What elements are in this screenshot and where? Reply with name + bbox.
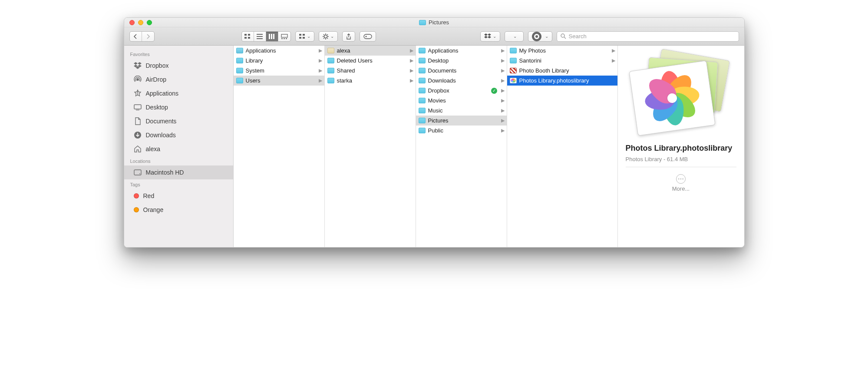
svg-line-24	[327, 38, 328, 39]
svg-rect-13	[286, 38, 287, 39]
column-item[interactable]: Applications▶	[416, 46, 507, 56]
arrange-menu[interactable]: ⌄	[295, 31, 314, 42]
sidebar-item-tag-red[interactable]: Red	[124, 189, 233, 203]
chevron-right-icon: ▶	[318, 48, 323, 53]
column-item[interactable]: starka ▶	[325, 76, 416, 86]
nav-back-forward	[129, 31, 155, 42]
sidebar-item-dropbox[interactable]: Dropbox	[124, 59, 233, 73]
column-item-label: alexa	[337, 47, 407, 54]
column-item[interactable]: Users ▶	[234, 76, 324, 86]
search-input[interactable]	[569, 33, 735, 40]
columns-icon	[269, 34, 275, 39]
column-item[interactable]: Downloads▶	[416, 76, 507, 86]
sidebar-item-macintosh-hd[interactable]: Macintosh HD	[124, 165, 233, 179]
quicklook-menu[interactable]: ⌄	[528, 31, 552, 42]
column-item[interactable]: Documents▶	[416, 66, 507, 76]
column-item-label: Photo Booth Library	[519, 67, 616, 74]
icon-view-button[interactable]	[242, 32, 254, 41]
svg-rect-45	[134, 170, 141, 175]
sidebar-item-tag-orange[interactable]: Orange	[124, 203, 233, 217]
column-item[interactable]: Library ▶	[234, 56, 324, 66]
home-folder-icon	[327, 48, 334, 53]
folder-icon	[419, 78, 426, 83]
column-item[interactable]: Santorini▶	[507, 56, 617, 66]
search-field[interactable]	[557, 31, 739, 42]
svg-rect-16	[299, 37, 301, 39]
list-view-button[interactable]	[254, 32, 266, 41]
column-item[interactable]: Shared ▶	[325, 66, 416, 76]
svg-rect-8	[271, 34, 272, 39]
chevron-right-icon: ▶	[501, 78, 505, 83]
grid-icon	[244, 34, 251, 39]
sidebar-item-label: Red	[143, 192, 155, 199]
action-menu[interactable]: ⌄	[319, 31, 338, 42]
titlebar: Pictures	[124, 18, 744, 27]
column-item[interactable]: My Photos▶	[507, 46, 617, 56]
chevron-right-icon: ▶	[409, 78, 414, 83]
preview-pane: Photos Library.photoslibrary Photos Libr…	[618, 46, 744, 247]
column-3[interactable]: My Photos▶ Santorini▶ Photo Booth Librar…	[507, 46, 618, 247]
column-item[interactable]: Music▶	[416, 106, 507, 116]
svg-marker-35	[134, 62, 138, 65]
sidebar-section-tags: Tags	[124, 179, 233, 189]
zoom-button[interactable]	[147, 20, 152, 25]
dropbox-icon	[484, 33, 491, 40]
column-item[interactable]: Applications ▶	[234, 46, 324, 56]
chevron-right-icon: ▶	[501, 108, 505, 113]
sidebar-item-label: Documents	[146, 118, 177, 125]
column-view-button[interactable]	[266, 32, 278, 41]
svg-line-23	[323, 34, 324, 35]
minimize-button[interactable]	[138, 20, 143, 25]
column-item-label: Movies	[428, 97, 498, 104]
column-item[interactable]: Desktop▶	[416, 56, 507, 66]
chevron-right-icon: ▶	[501, 98, 505, 103]
sidebar-item-label: Downloads	[146, 132, 176, 139]
applications-icon	[134, 89, 142, 97]
dropbox-menu[interactable]: ⌄	[480, 31, 500, 42]
column-item[interactable]: Photo Booth Library	[507, 66, 617, 76]
sidebar-item-label: Desktop	[146, 104, 168, 111]
svg-rect-14	[299, 34, 301, 36]
column-item[interactable]: Movies▶	[416, 96, 507, 106]
gallery-view-button[interactable]	[278, 32, 290, 41]
folder-icon	[419, 118, 426, 123]
folder-icon	[419, 48, 426, 53]
column-item-label: Downloads	[428, 77, 498, 84]
forward-button[interactable]	[142, 32, 154, 41]
svg-rect-17	[303, 37, 305, 39]
chevron-right-icon: ▶	[611, 58, 616, 63]
sidebar-item-desktop[interactable]: Desktop	[124, 100, 233, 114]
share-button[interactable]	[342, 31, 355, 42]
window-title: Pictures	[429, 19, 449, 26]
column-item[interactable]: Dropbox✓▶	[416, 86, 507, 96]
blank-menu[interactable]: ⌄	[505, 31, 524, 42]
column-item[interactable]: alexa ▶	[325, 46, 416, 56]
preview-more-button[interactable]: ⋯ More...	[672, 174, 690, 192]
sidebar-item-applications[interactable]: Applications	[124, 86, 233, 100]
chevron-down-icon: ⌄	[330, 34, 334, 39]
view-mode-switcher[interactable]	[241, 31, 291, 42]
folder-icon	[327, 68, 334, 73]
column-2[interactable]: Applications▶ Desktop▶ Documents▶ Downlo…	[416, 46, 507, 247]
folder-icon	[327, 78, 334, 83]
column-item[interactable]: Deleted Users ▶	[325, 56, 416, 66]
column-item[interactable]: System ▶	[234, 66, 324, 76]
svg-rect-42	[134, 105, 141, 109]
tags-button[interactable]	[360, 31, 376, 42]
sidebar-item-downloads[interactable]: Downloads	[124, 128, 233, 142]
column-0[interactable]: Applications ▶ Library ▶ System ▶ Users …	[234, 46, 325, 247]
column-item[interactable]: Pictures▶	[416, 116, 507, 126]
column-1[interactable]: alexa ▶ Deleted Users ▶ Shared ▶ starka …	[325, 46, 416, 247]
close-button[interactable]	[129, 20, 135, 25]
sidebar-item-documents[interactable]: Documents	[124, 114, 233, 128]
hdd-icon	[134, 169, 142, 176]
back-button[interactable]	[130, 32, 142, 41]
sidebar-item-airdrop[interactable]: AirDrop	[124, 73, 233, 86]
sidebar-item-home[interactable]: alexa	[124, 142, 233, 156]
column-item-label: System	[246, 67, 316, 74]
column-item-selected[interactable]: Photos Library.photoslibrary	[507, 76, 617, 86]
column-item[interactable]: Public▶	[416, 126, 507, 136]
column-item-label: Santorini	[519, 57, 609, 64]
chevron-left-icon	[133, 34, 138, 39]
svg-point-46	[139, 173, 140, 174]
